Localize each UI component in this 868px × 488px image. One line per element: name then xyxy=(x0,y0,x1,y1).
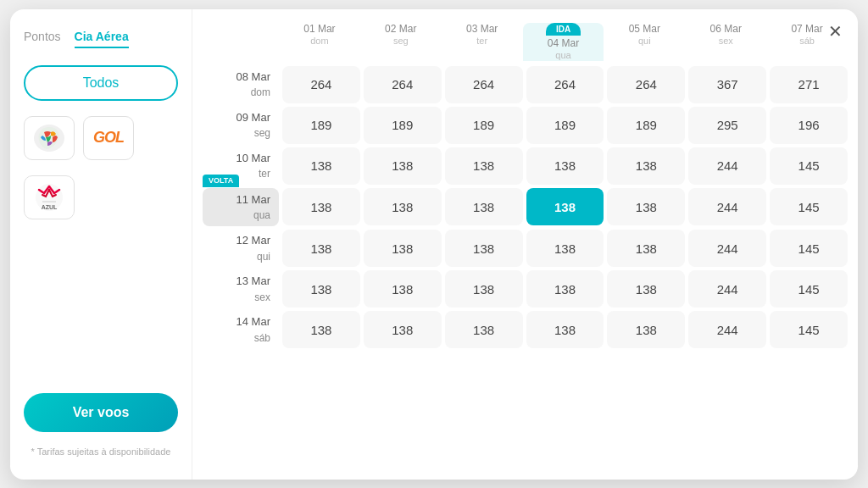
col-day-1: seg xyxy=(393,36,409,46)
azul-logo-button[interactable]: AZUL xyxy=(24,175,75,219)
airline-logo-group-2: AZUL xyxy=(24,175,178,219)
col-date-6: 07 Mar xyxy=(791,23,822,35)
price-cell-r3-c0[interactable]: 138 xyxy=(282,188,360,225)
price-cell-r5-c6[interactable]: 145 xyxy=(770,270,848,308)
price-cell-r0-c5[interactable]: 367 xyxy=(688,66,766,103)
price-row-4: 12 Marqui138138138138138244145 xyxy=(203,230,848,267)
col-date-5: 06 Mar xyxy=(710,23,742,35)
col-day-4: qui xyxy=(638,36,651,46)
ver-voos-button[interactable]: Ver voos xyxy=(24,393,178,432)
col-header-2: 03 Mar ter xyxy=(442,23,523,61)
column-headers: 01 Mar dom 02 Mar seg 03 Mar ter IDA 04 … xyxy=(203,23,848,61)
price-cell-r1-c4[interactable]: 189 xyxy=(607,107,685,144)
price-cell-r4-c0[interactable]: 138 xyxy=(282,230,360,267)
price-row-5: 13 Marsex138138138138138244145 xyxy=(203,270,848,308)
price-cell-r3-c5[interactable]: 244 xyxy=(688,188,766,225)
price-cell-r2-c5[interactable]: 244 xyxy=(688,147,766,185)
price-cell-r4-c4[interactable]: 138 xyxy=(607,230,685,267)
price-cell-r6-c6[interactable]: 145 xyxy=(770,311,848,348)
row-label-0: 08 Mardom xyxy=(203,69,279,101)
price-cell-r2-c1[interactable]: 138 xyxy=(364,147,442,185)
ida-badge: IDA xyxy=(546,23,581,36)
col-header-1: 02 Mar seg xyxy=(360,23,442,61)
col-day-6: sáb xyxy=(799,36,815,46)
col-date-0: 01 Mar xyxy=(303,23,335,35)
all-airlines-button[interactable]: Todos xyxy=(24,65,178,101)
price-cell-r0-c2[interactable]: 264 xyxy=(445,66,523,103)
price-cell-r6-c1[interactable]: 138 xyxy=(364,311,442,348)
azul-logo-icon: AZUL xyxy=(31,181,68,214)
col-day-3: qua xyxy=(555,50,570,60)
price-cell-r5-c1[interactable]: 138 xyxy=(364,270,442,308)
main-modal: ✕ Pontos Cia Aérea Todos xyxy=(10,9,858,480)
price-cell-r0-c1[interactable]: 264 xyxy=(364,66,442,103)
row-label-5: 13 Marsex xyxy=(203,273,279,305)
row-label-4: 12 Marqui xyxy=(203,232,279,264)
col-date-3: 04 Mar xyxy=(548,37,579,49)
price-row-3: VOLTA11 Marqua138138138138138244145 xyxy=(203,188,848,227)
price-cell-r3-c6[interactable]: 145 xyxy=(770,188,848,225)
price-cell-r3-c1[interactable]: 138 xyxy=(364,188,442,225)
col-day-5: sex xyxy=(719,36,733,46)
price-cell-r2-c4[interactable]: 138 xyxy=(607,147,685,185)
price-cell-r1-c1[interactable]: 189 xyxy=(364,107,442,144)
price-cell-r5-c4[interactable]: 138 xyxy=(607,270,685,308)
col-date-4: 05 Mar xyxy=(629,23,660,35)
price-cell-r2-c0[interactable]: 138 xyxy=(282,147,360,185)
col-day-0: dom xyxy=(310,36,328,46)
price-cell-r4-c5[interactable]: 244 xyxy=(688,230,766,267)
price-cell-r2-c3[interactable]: 138 xyxy=(526,147,604,185)
corner-cell xyxy=(203,23,279,61)
price-cell-r4-c6[interactable]: 145 xyxy=(770,230,848,267)
price-cell-r6-c0[interactable]: 138 xyxy=(282,311,360,348)
volta-badge: VOLTA xyxy=(203,175,239,188)
price-cell-r0-c4[interactable]: 264 xyxy=(607,66,685,103)
col-header-3: IDA 04 Mar qua xyxy=(523,23,604,61)
col-header-4: 05 Mar qui xyxy=(604,23,685,61)
sidebar: Pontos Cia Aérea Todos xyxy=(10,9,192,480)
col-date-1: 02 Mar xyxy=(385,23,416,35)
price-cell-r1-c0[interactable]: 189 xyxy=(282,107,360,144)
price-cell-r3-c2[interactable]: 138 xyxy=(445,188,523,225)
price-cell-r6-c3[interactable]: 138 xyxy=(526,311,604,348)
tab-pontos[interactable]: Pontos xyxy=(24,30,61,48)
price-cell-r6-c4[interactable]: 138 xyxy=(607,311,685,348)
row-label-1: 09 Marseg xyxy=(203,109,279,141)
tab-group: Pontos Cia Aérea xyxy=(24,30,178,48)
latam-logo-button[interactable] xyxy=(24,116,75,160)
row-label-3: VOLTA11 Marqua xyxy=(203,188,279,227)
airline-logo-group: GOL xyxy=(24,116,178,160)
gol-logo-button[interactable]: GOL xyxy=(83,116,134,160)
col-header-5: 06 Mar sex xyxy=(685,23,766,61)
price-cell-r5-c5[interactable]: 244 xyxy=(688,270,766,308)
price-cell-r3-c4[interactable]: 138 xyxy=(607,188,685,225)
price-cell-r1-c6[interactable]: 196 xyxy=(770,107,848,144)
price-cell-r4-c3[interactable]: 138 xyxy=(526,230,604,267)
gol-logo-icon: GOL xyxy=(93,129,124,147)
price-cell-r5-c3[interactable]: 138 xyxy=(526,270,604,308)
price-cell-r6-c5[interactable]: 244 xyxy=(688,311,766,348)
price-cell-r2-c2[interactable]: 138 xyxy=(445,147,523,185)
price-cell-r1-c3[interactable]: 189 xyxy=(526,107,604,144)
price-cell-r4-c1[interactable]: 138 xyxy=(364,230,442,267)
col-day-2: ter xyxy=(476,36,487,46)
close-button[interactable]: ✕ xyxy=(828,21,843,42)
latam-logo-icon xyxy=(31,122,68,154)
price-cell-r1-c5[interactable]: 295 xyxy=(688,107,766,144)
price-cell-r1-c2[interactable]: 189 xyxy=(445,107,523,144)
price-rows: 08 Mardom26426426426426436727109 Marseg1… xyxy=(203,66,848,349)
svg-text:AZUL: AZUL xyxy=(42,204,58,210)
price-cell-r5-c0[interactable]: 138 xyxy=(282,270,360,308)
price-cell-r0-c6[interactable]: 271 xyxy=(770,66,848,103)
price-row-2: 10 Marter138138138138138244145 xyxy=(203,147,848,185)
price-cell-r4-c2[interactable]: 138 xyxy=(445,230,523,267)
price-cell-r3-c3[interactable]: 138 xyxy=(526,188,604,225)
price-cell-r6-c2[interactable]: 138 xyxy=(445,311,523,348)
tab-cia-aerea[interactable]: Cia Aérea xyxy=(75,30,129,48)
price-row-6: 14 Marsáb138138138138138244145 xyxy=(203,311,848,348)
price-row-0: 08 Mardom264264264264264367271 xyxy=(203,66,848,103)
price-cell-r0-c3[interactable]: 264 xyxy=(526,66,604,103)
price-cell-r0-c0[interactable]: 264 xyxy=(282,66,360,103)
price-cell-r5-c2[interactable]: 138 xyxy=(445,270,523,308)
price-cell-r2-c6[interactable]: 145 xyxy=(770,147,848,185)
